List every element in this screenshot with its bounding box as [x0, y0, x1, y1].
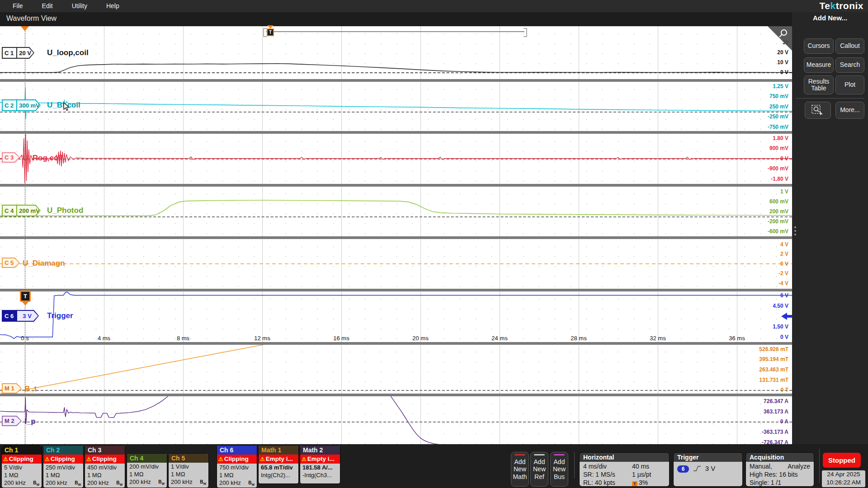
- axis-label-c1: 0 V: [780, 69, 788, 75]
- horizontal-position-slider[interactable]: [266, 31, 524, 32]
- axis-label-c5: -4 V: [778, 280, 788, 286]
- menu-item-file[interactable]: File: [6, 0, 29, 12]
- badge-info-row: 200 kHzBW: [2, 479, 42, 488]
- add-new-search-button[interactable]: Search: [835, 57, 864, 73]
- channel-badge-m2[interactable]: M 2: [2, 416, 22, 426]
- warning-icon: ⚠: [260, 456, 265, 462]
- channel-name-c3[interactable]: U_Rog,coil: [23, 154, 63, 163]
- zoom-corner-button[interactable]: [768, 26, 792, 51]
- panel-divider: [796, 98, 864, 99]
- axis-label-m2: 0 A: [780, 418, 788, 425]
- axis-label-c6: 1.50 V: [773, 324, 788, 330]
- channel-name-c1[interactable]: U_loop,coil: [47, 48, 89, 57]
- badge-info-row: 200 kHzBW: [85, 479, 125, 488]
- more-button[interactable]: More...: [835, 102, 864, 119]
- date-text: 24 Apr 2025: [822, 470, 865, 479]
- channel-badge-c5[interactable]: C 5: [2, 258, 20, 268]
- zoom-select-icon: [811, 104, 825, 116]
- horizontal-row: RL: 40 kptsT3%: [580, 479, 669, 486]
- channel-name-c6[interactable]: Trigger: [47, 311, 73, 320]
- acquisition-panel[interactable]: Acquisition Manual,AnalyzeHigh Res: 16 b…: [746, 453, 814, 486]
- time-axis-label: 12 ms: [254, 335, 270, 342]
- channel-name-m1[interactable]: B_t: [24, 385, 37, 394]
- bandwidth-icon: BW: [200, 478, 206, 488]
- badge-info-row: -Intg(Ch3...: [300, 471, 340, 479]
- menu-item-help[interactable]: Help: [100, 0, 126, 12]
- trace-c6: [0, 291, 792, 342]
- axis-label-c5: 0 V: [780, 261, 788, 267]
- axis-label-c4: -200 mV: [768, 218, 788, 225]
- add-new-ref-button[interactable]: AddNewRef: [530, 452, 548, 487]
- badge-info-row: 450 mV/div: [85, 464, 125, 471]
- axis-label-c4: 200 mV: [769, 208, 788, 215]
- axis-label-c2: -250 mV: [768, 113, 788, 120]
- time-axis-label: 24 ms: [491, 335, 507, 342]
- trigger-position-marker[interactable]: T: [267, 25, 274, 36]
- add-new-plot-button[interactable]: Plot: [835, 75, 864, 94]
- setting-badge-ch5[interactable]: Ch 51 V/div1 MΩ200 kHzBW: [169, 454, 208, 488]
- clipping-warning: ⚠Empty i...: [300, 455, 340, 464]
- trace-m1: [0, 344, 792, 394]
- time-axis-label: 28 ms: [571, 335, 586, 342]
- slice-divider: [0, 131, 792, 134]
- setting-badge-ch6[interactable]: Ch 6⚠Clipping750 mV/div1 MΩ200 kHzBW: [217, 446, 257, 488]
- menu-item-edit[interactable]: Edit: [36, 0, 59, 12]
- setting-badge-ch4[interactable]: Ch 4200 mV/div1 MΩ200 kHzBW: [127, 454, 167, 488]
- accent-line: [554, 454, 565, 455]
- setting-badge-ch1[interactable]: Ch 1⚠Clipping5 V/div1 MΩ200 kHzBW: [2, 446, 42, 488]
- badge-info-row: 1 MΩ: [43, 471, 83, 479]
- time-axis-label: 36 ms: [729, 335, 745, 342]
- badge-info-row: 750 mV/div: [217, 464, 257, 471]
- trigger-time-marker-icon[interactable]: [21, 26, 29, 31]
- badge-info-row: 200 kHzBW: [43, 479, 83, 488]
- channel-name-m2[interactable]: I_p: [24, 417, 36, 426]
- acquisition-row: High Res: 16 bits: [746, 470, 814, 479]
- bandwidth-icon: BW: [75, 479, 81, 488]
- trigger-panel[interactable]: Trigger 6 3 V: [674, 453, 742, 486]
- setting-badge-ch3[interactable]: Ch 3⚠Clipping450 mV/div1 MΩ200 kHzBW: [85, 446, 125, 488]
- menu-item-utility[interactable]: Utility: [66, 0, 94, 12]
- add-new-measure-button[interactable]: Measure: [804, 57, 834, 73]
- channel-badge-c1[interactable]: C 120 V: [2, 47, 34, 59]
- trigger-level-arrow-icon[interactable]: [781, 312, 792, 320]
- add-new-math-button[interactable]: AddNewMath: [511, 452, 529, 487]
- badge-info-row: 200 kHzBW: [127, 478, 167, 488]
- badge-scale-row: 65.8 mT/div: [259, 464, 298, 471]
- view-title: Waveform View: [6, 14, 57, 23]
- panel-resize-handle[interactable]: [794, 225, 797, 237]
- badge-info-row: 200 kHzBW: [169, 478, 208, 488]
- run-stop-status-button[interactable]: Stopped: [823, 453, 861, 468]
- add-new-results-table-button[interactable]: Results Table: [804, 75, 834, 94]
- channel-name-c4[interactable]: U_Photod: [47, 206, 83, 215]
- slice-divider: [0, 184, 792, 187]
- add-new-bus-button[interactable]: AddNewBus: [550, 452, 568, 487]
- trace-c4: [0, 186, 792, 236]
- waveform-slice-c6: 6 V4.50 V1.50 V0 V: [0, 291, 792, 342]
- setting-badge-math2[interactable]: Math 2⚠Empty i...181.58 A/...-Intg(Ch3..…: [300, 446, 340, 483]
- channel-badge-m1[interactable]: M 1: [2, 383, 22, 394]
- trigger-source-marker[interactable]: T: [20, 291, 31, 302]
- channel-name-c5[interactable]: U_Diamagn: [23, 259, 65, 268]
- channel-badge-c6[interactable]: C 63 V: [2, 310, 39, 322]
- axis-label-m2: 726.347 A: [764, 398, 788, 404]
- add-new-callout-button[interactable]: Callout: [835, 38, 864, 54]
- badge-title: Ch 5: [169, 454, 208, 463]
- settings-bar: Ch 1⚠Clipping5 V/div1 MΩ200 kHzBWCh 2⚠Cl…: [0, 444, 868, 488]
- bandwidth-icon: BW: [33, 479, 39, 488]
- waveform-slice-c4: 1 V600 mV200 mV-200 mV-600 mV: [0, 186, 792, 236]
- channel-badge-c2[interactable]: C 2300 mV: [2, 99, 41, 111]
- channel-badge-c4[interactable]: C 4200 mV: [2, 205, 41, 216]
- axis-label-m1: 0 T: [781, 387, 788, 393]
- channel-badge-c3[interactable]: C 3: [2, 152, 20, 163]
- horizontal-panel[interactable]: Horizontal 4 ms/div40 msSR: 1 MS/s1 µs/p…: [580, 453, 669, 486]
- setting-badge-ch2[interactable]: Ch 2⚠Clipping250 mV/div1 MΩ200 kHzBW: [43, 446, 83, 488]
- badge-title: Math 1: [259, 446, 298, 455]
- waveform-slice-c2: 1.25 V750 mV250 mV-250 mV-750 mV: [0, 82, 792, 131]
- slice-divider: [0, 79, 792, 82]
- axis-label-c3: 0 V: [780, 155, 788, 162]
- zoom-select-button[interactable]: [805, 102, 831, 119]
- warning-icon: ⚠: [302, 456, 307, 462]
- add-new-cursors-button[interactable]: Cursors: [804, 38, 834, 54]
- record-view-right-bracket: [524, 28, 527, 37]
- setting-badge-math1[interactable]: Math 1⚠Empty i...65.8 mT/divIntg(Ch2)...: [259, 446, 298, 483]
